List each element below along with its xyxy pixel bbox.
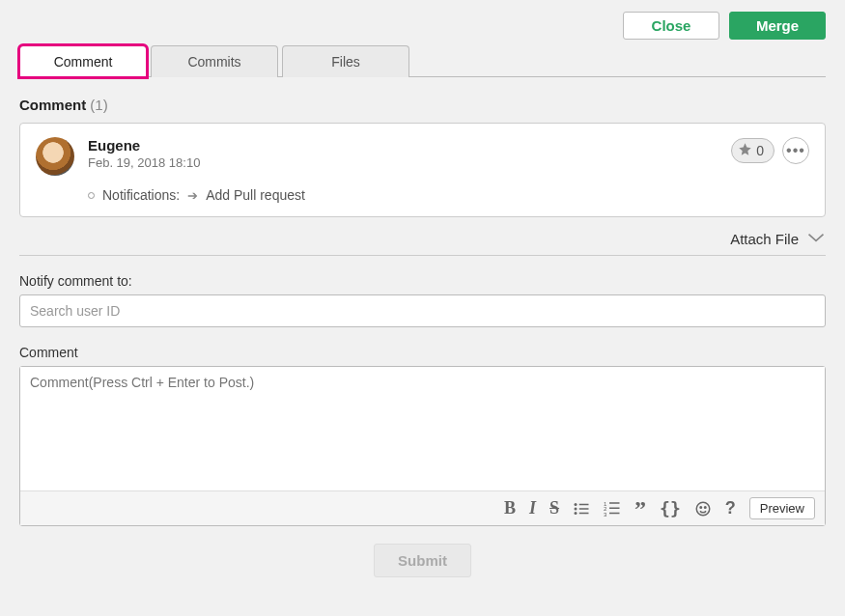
star-button[interactable]: 0 — [731, 138, 775, 163]
svg-point-2 — [575, 507, 577, 510]
svg-point-13 — [700, 506, 702, 508]
svg-rect-3 — [579, 508, 589, 510]
bold-icon[interactable]: B — [504, 498, 516, 518]
svg-rect-7 — [609, 502, 620, 504]
more-icon: ••• — [786, 142, 805, 159]
svg-rect-9 — [609, 507, 620, 509]
notify-user-input[interactable] — [19, 294, 826, 327]
help-icon[interactable]: ? — [725, 498, 736, 518]
svg-point-0 — [575, 503, 577, 506]
comment-label: Comment — [19, 345, 826, 360]
attach-file-label: Attach File — [730, 231, 799, 247]
status-dot-icon — [88, 192, 95, 199]
section-count: (1) — [90, 97, 107, 113]
svg-rect-11 — [609, 512, 620, 514]
svg-point-12 — [696, 502, 710, 516]
code-icon[interactable]: {} — [660, 498, 681, 518]
comment-textarea[interactable] — [20, 367, 825, 487]
numbered-list-icon[interactable]: 123 — [604, 500, 621, 518]
svg-rect-1 — [579, 503, 589, 505]
preview-button[interactable]: Preview — [749, 497, 815, 519]
section-title: Comment (1) — [19, 97, 826, 113]
comment-timestamp: Feb. 19, 2018 18:10 — [88, 155, 731, 170]
tab-commits[interactable]: Commits — [151, 45, 278, 77]
arrow-right-icon: ➔ — [187, 188, 198, 203]
more-button[interactable]: ••• — [782, 137, 809, 164]
comment-editor: B I S 123 ” {} ? Preview — [19, 366, 826, 526]
star-icon — [738, 142, 752, 159]
submit-button[interactable]: Submit — [374, 544, 471, 577]
svg-rect-5 — [579, 512, 589, 514]
avatar — [36, 137, 74, 176]
tab-comment[interactable]: Comment — [19, 45, 147, 77]
notifications-label: Notifications: — [102, 187, 180, 203]
notification-action: Add Pull request — [206, 187, 305, 203]
svg-point-4 — [575, 512, 577, 515]
star-count: 0 — [756, 143, 764, 158]
tab-files[interactable]: Files — [282, 45, 409, 77]
notify-label: Notify comment to: — [19, 273, 826, 289]
bullet-list-icon[interactable] — [573, 500, 590, 518]
chevron-down-icon — [806, 231, 826, 247]
emoji-icon[interactable] — [694, 500, 712, 518]
section-title-text: Comment — [19, 97, 86, 113]
close-button[interactable]: Close — [623, 12, 719, 40]
comment-card: Eugene Feb. 19, 2018 18:10 0 ••• Notific… — [19, 123, 826, 217]
strikethrough-icon[interactable]: S — [549, 498, 559, 518]
merge-button[interactable]: Merge — [729, 12, 826, 40]
attach-file-button[interactable]: Attach File — [19, 231, 826, 256]
svg-text:3: 3 — [604, 511, 607, 517]
quote-icon[interactable]: ” — [634, 502, 646, 516]
svg-point-14 — [704, 506, 706, 508]
comment-author: Eugene — [88, 137, 731, 154]
italic-icon[interactable]: I — [529, 498, 536, 518]
